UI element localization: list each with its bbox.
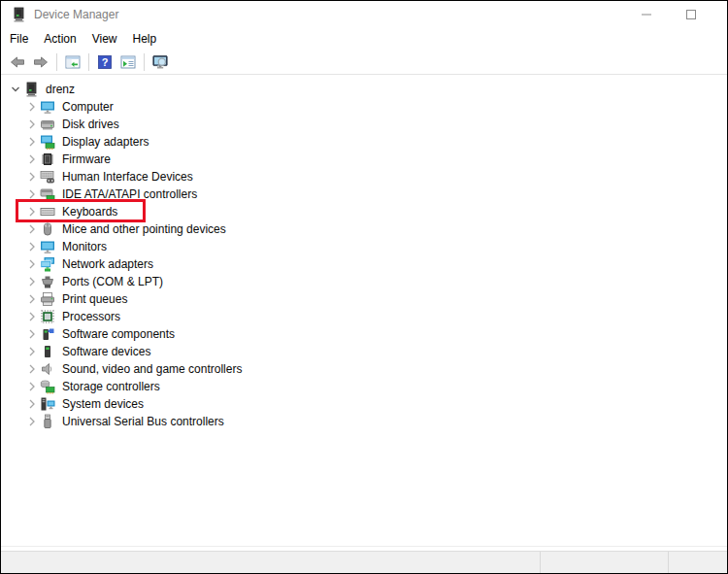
chevron-down-icon[interactable] bbox=[7, 82, 23, 97]
chevron-right-icon[interactable] bbox=[23, 117, 40, 132]
software-component-icon bbox=[40, 326, 55, 342]
chevron-right-icon[interactable] bbox=[23, 326, 40, 342]
hid-device-icon bbox=[40, 169, 55, 185]
tree-item-label: Disk drives bbox=[60, 117, 121, 132]
console-tree-window-icon bbox=[65, 54, 81, 70]
network-adapter-icon bbox=[40, 256, 55, 272]
tree-item-label: Universal Serial Bus controllers bbox=[60, 414, 226, 429]
chevron-right-icon[interactable] bbox=[23, 344, 40, 359]
tree-item-processors[interactable]: Processors bbox=[1, 308, 727, 325]
forward-button[interactable] bbox=[29, 51, 52, 73]
chevron-right-icon[interactable] bbox=[23, 221, 40, 237]
show-action-pane-button[interactable] bbox=[116, 51, 140, 73]
help-button[interactable]: ? bbox=[93, 51, 116, 73]
tree-item-print-queues[interactable]: Print queues bbox=[1, 290, 727, 308]
back-arrow-icon bbox=[10, 54, 25, 70]
status-pane-middle bbox=[541, 552, 668, 573]
tree-item-software-components[interactable]: Software components bbox=[1, 325, 727, 343]
usb-plug-icon bbox=[40, 414, 55, 429]
tree-item-label: Storage controllers bbox=[60, 379, 162, 394]
tree-item-label: Computer bbox=[60, 99, 116, 115]
tree-item-label: System devices bbox=[60, 396, 146, 412]
tree-item-label: Keyboards bbox=[60, 204, 119, 219]
action-pane-window-icon bbox=[120, 54, 136, 70]
chevron-right-icon[interactable] bbox=[23, 186, 40, 202]
serial-port-icon bbox=[40, 274, 55, 289]
tree-item-label: Software devices bbox=[60, 344, 152, 359]
toolbar: ? bbox=[1, 50, 727, 75]
chevron-right-icon[interactable] bbox=[23, 134, 40, 150]
tree-item-label: Monitors bbox=[60, 239, 109, 254]
minimize-button[interactable] bbox=[624, 1, 669, 28]
back-button[interactable] bbox=[6, 51, 29, 73]
chevron-right-icon[interactable] bbox=[23, 99, 40, 115]
maximize-icon bbox=[686, 10, 696, 19]
tree-item-label: Firmware bbox=[60, 152, 113, 167]
tree-item-system-devices[interactable]: System devices bbox=[1, 395, 727, 413]
maximize-button[interactable] bbox=[669, 1, 713, 28]
chevron-right-icon[interactable] bbox=[23, 396, 40, 412]
disk-drive-icon bbox=[40, 117, 55, 132]
tree-item-label: Display adapters bbox=[60, 134, 150, 150]
tree-item-drenz[interactable]: drenz bbox=[1, 81, 727, 98]
toolbar-separator bbox=[88, 53, 89, 71]
tree-item-keyboards[interactable]: Keyboards bbox=[1, 203, 727, 220]
scan-for-hardware-changes-button[interactable] bbox=[149, 51, 172, 73]
ide-controller-icon bbox=[40, 186, 55, 202]
chevron-right-icon[interactable] bbox=[23, 256, 40, 272]
chevron-right-icon[interactable] bbox=[23, 204, 40, 219]
tree-item-label: Human Interface Devices bbox=[60, 169, 195, 185]
chevron-right-icon[interactable] bbox=[23, 309, 40, 324]
computer-icon bbox=[40, 99, 55, 115]
tree-item-label: Print queues bbox=[60, 291, 129, 307]
chevron-right-icon[interactable] bbox=[23, 414, 40, 429]
tree-item-display-adapters[interactable]: Display adapters bbox=[1, 133, 727, 151]
chevron-right-icon[interactable] bbox=[23, 291, 40, 307]
tree-item-disk-drives[interactable]: Disk drives bbox=[1, 116, 727, 133]
show-console-tree-button[interactable] bbox=[61, 51, 84, 73]
tree-item-label: Ports (COM & LPT) bbox=[60, 274, 165, 289]
toolbar-separator bbox=[56, 53, 57, 71]
menu-file[interactable]: File bbox=[2, 28, 36, 50]
processor-chip-icon bbox=[40, 309, 55, 324]
tree-item-network-adapters[interactable]: Network adapters bbox=[1, 255, 727, 273]
tree-item-universal-serial-bus-controllers[interactable]: Universal Serial Bus controllers bbox=[1, 413, 727, 430]
device-manager-window: Device Manager FileActionViewHelp ? dren… bbox=[0, 0, 728, 574]
tree: drenzComputerDisk drivesDisplay adapters… bbox=[1, 75, 727, 546]
chevron-right-icon[interactable] bbox=[23, 152, 40, 167]
tree-item-ide-ata-atapi-controllers[interactable]: IDE ATA/ATAPI controllers bbox=[1, 186, 727, 203]
forward-arrow-icon bbox=[33, 54, 49, 70]
tree-item-monitors[interactable]: Monitors bbox=[1, 238, 727, 255]
tree-item-firmware[interactable]: Firmware bbox=[1, 151, 727, 168]
tree-item-sound-video-and-game-controllers[interactable]: Sound, video and game controllers bbox=[1, 360, 727, 378]
tree-item-label: Network adapters bbox=[60, 256, 155, 272]
speaker-icon bbox=[40, 361, 55, 377]
firmware-chip-icon bbox=[40, 152, 55, 167]
tree-item-mice-and-other-pointing-devices[interactable]: Mice and other pointing devices bbox=[1, 220, 727, 238]
tree-item-human-interface-devices[interactable]: Human Interface Devices bbox=[1, 168, 727, 186]
tree-item-storage-controllers[interactable]: Storage controllers bbox=[1, 378, 727, 395]
tree-item-software-devices[interactable]: Software devices bbox=[1, 343, 727, 360]
system-device-icon bbox=[40, 396, 55, 412]
software-device-icon bbox=[40, 344, 55, 359]
chevron-right-icon[interactable] bbox=[23, 361, 40, 377]
tree-item-ports-com-lpt[interactable]: Ports (COM & LPT) bbox=[1, 273, 727, 290]
tree-item-computer[interactable]: Computer bbox=[1, 98, 727, 116]
chevron-right-icon[interactable] bbox=[23, 379, 40, 394]
toolbar-separator bbox=[144, 53, 145, 71]
tree-item-label: Sound, video and game controllers bbox=[60, 361, 244, 377]
minimize-icon bbox=[642, 10, 651, 19]
help-icon: ? bbox=[97, 54, 113, 70]
menu-action[interactable]: Action bbox=[36, 28, 83, 50]
menu-view[interactable]: View bbox=[84, 28, 125, 50]
menu-help[interactable]: Help bbox=[125, 28, 165, 50]
tree-item-label: IDE ATA/ATAPI controllers bbox=[60, 186, 199, 202]
chevron-right-icon[interactable] bbox=[23, 239, 40, 254]
menubar: FileActionViewHelp bbox=[1, 28, 727, 50]
titlebar[interactable]: Device Manager bbox=[1, 1, 727, 28]
status-pane-left bbox=[1, 552, 540, 573]
chevron-right-icon[interactable] bbox=[23, 274, 40, 289]
keyboard-icon bbox=[40, 204, 55, 219]
chevron-right-icon[interactable] bbox=[23, 169, 40, 185]
tree-item-label: Mice and other pointing devices bbox=[60, 221, 228, 237]
